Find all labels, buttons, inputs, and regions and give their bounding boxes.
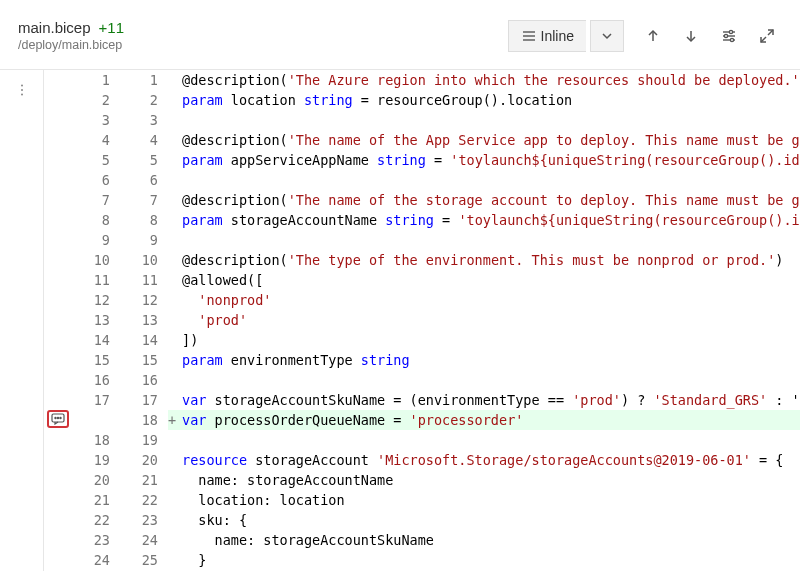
chevron-down-icon [601,30,613,42]
code-line: 1414]) [44,330,800,350]
line-number-old: 20 [72,470,120,490]
line-number-new: 15 [120,350,168,370]
line-number-new: 14 [120,330,168,350]
line-number-old: 9 [72,230,120,250]
code-line: 1819 [44,430,800,450]
svg-point-8 [724,34,727,37]
code-line: 77@description('The name of the storage … [44,190,800,210]
line-number-new: 23 [120,510,168,530]
code-content: @allowed([ [182,270,800,290]
code-content: @description('The type of the environmen… [182,250,800,270]
line-number-old: 4 [72,130,120,150]
diff-view-mode-dropdown[interactable] [590,20,624,52]
code-line: 1515param environmentType string [44,350,800,370]
line-number-new: 21 [120,470,168,490]
line-number-new: 5 [120,150,168,170]
line-number-new: 20 [120,450,168,470]
line-number-old: 3 [72,110,120,130]
line-number-new: 12 [120,290,168,310]
add-comment-button[interactable] [47,410,69,428]
line-number-old: 24 [72,550,120,570]
line-number-new: 4 [120,130,168,150]
line-number-old: 6 [72,170,120,190]
line-number-new: 19 [120,430,168,450]
line-number-old: 18 [72,430,120,450]
code-content: ]) [182,330,800,350]
line-number-new: 2 [120,90,168,110]
next-diff-button[interactable] [674,20,708,52]
line-number-new: 10 [120,250,168,270]
comment-icon [51,413,65,425]
line-number-old: 1 [72,70,120,90]
line-number-new: 17 [120,390,168,410]
code-line: 18+var processOrderQueueName = 'processo… [44,410,800,430]
line-number-old: 16 [72,370,120,390]
line-number-old: 21 [72,490,120,510]
code-content: var processOrderQueueName = 'processorde… [182,410,800,430]
line-number-old: 23 [72,530,120,550]
code-line: 1111@allowed([ [44,270,800,290]
svg-point-13 [21,85,23,87]
code-content: name: storageAccountName [182,470,800,490]
line-number-new: 7 [120,190,168,210]
code-content: param appServiceAppName string = 'toylau… [182,150,800,170]
svg-point-18 [57,417,58,418]
more-vertical-icon [15,83,29,97]
code-content: } [182,550,800,570]
code-line: 33 [44,110,800,130]
code-content: @description('The name of the App Servic… [182,130,800,150]
line-number-new: 6 [120,170,168,190]
header-toolbar: Inline [508,20,784,52]
file-name: main.bicep [18,19,91,36]
expand-icon [759,28,775,44]
code-content: location: location [182,490,800,510]
code-line: 2425 } [44,550,800,570]
sliders-icon [721,28,737,44]
code-line: 2324 name: storageAccountSkuName [44,530,800,550]
svg-point-14 [21,89,23,91]
line-number-old: 13 [72,310,120,330]
code-line: 66 [44,170,800,190]
line-number-old: 15 [72,350,120,370]
line-number-new: 3 [120,110,168,130]
code-line: 2122 location: location [44,490,800,510]
more-actions-button[interactable] [5,80,39,100]
line-number-new: 9 [120,230,168,250]
svg-point-15 [21,94,23,96]
diff-view-mode-button[interactable]: Inline [508,20,586,52]
code-line: 55param appServiceAppName string = 'toyl… [44,150,800,170]
line-number-old: 22 [72,510,120,530]
arrow-down-icon [683,28,699,44]
code-content: param environmentType string [182,350,800,370]
line-number-new: 1 [120,70,168,90]
list-view-icon [521,28,537,44]
diff-sign: + [168,410,182,430]
line-number-old: 2 [72,90,120,110]
svg-point-6 [729,30,732,33]
code-line: 2021 name: storageAccountName [44,470,800,490]
code-content: name: storageAccountSkuName [182,530,800,550]
diff-code-area[interactable]: 11@description('The Azure region into wh… [44,70,800,571]
file-header: main.bicep +11 /deploy/main.bicep Inline [0,0,800,70]
svg-point-19 [60,417,61,418]
actions-rail [0,70,44,571]
line-number-new: 11 [120,270,168,290]
expand-button[interactable] [750,20,784,52]
code-line: 1313 'prod' [44,310,800,330]
prev-diff-button[interactable] [636,20,670,52]
code-content: sku: { [182,510,800,530]
line-number-new: 24 [120,530,168,550]
code-line: 1920resource storageAccount 'Microsoft.S… [44,450,800,470]
code-line: 22param location string = resourceGroup(… [44,90,800,110]
diff-view-mode-label: Inline [541,28,574,44]
code-line: 1616 [44,370,800,390]
line-number-old: 14 [72,330,120,350]
code-line: 99 [44,230,800,250]
settings-button[interactable] [712,20,746,52]
line-number-old: 7 [72,190,120,210]
line-number-old: 17 [72,390,120,410]
code-content: 'nonprod' [182,290,800,310]
code-content: resource storageAccount 'Microsoft.Stora… [182,450,800,470]
code-line: 1010@description('The type of the enviro… [44,250,800,270]
line-number-old: 12 [72,290,120,310]
